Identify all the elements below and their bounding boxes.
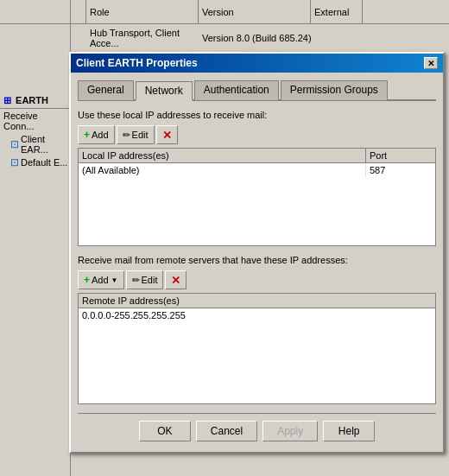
tab-permission-groups[interactable]: Permission Groups <box>281 80 388 100</box>
remote-ip-toolbar: + Add ▼ ✏ Edit ✕ <box>78 270 436 289</box>
server-icon-left: ⊞ <box>3 95 11 105</box>
col-external: External <box>311 0 363 23</box>
add-icon: + <box>84 129 90 141</box>
dropdown-arrow-icon: ▼ <box>111 276 118 284</box>
local-delete-button[interactable]: ✕ <box>156 125 178 144</box>
local-ip-table-body: (All Available) 587 <box>79 163 435 245</box>
bg-version-cell: Version 8.0 (Build 685.24) <box>202 33 314 43</box>
local-edit-button[interactable]: ✏ Edit <box>117 125 155 144</box>
bg-role-cell: Hub Transport, Client Acce... <box>90 28 202 48</box>
modal-content: General Network Authentication Permissio… <box>71 73 443 452</box>
local-port-col-header: Port <box>366 149 435 162</box>
local-ip-table-header: Local IP address(es) Port <box>79 149 435 163</box>
tabs-container: General Network Authentication Permissio… <box>78 79 436 101</box>
bg-receive-conn: Receive Conn... <box>0 109 70 133</box>
pencil-icon-remote: ✏ <box>132 275 140 286</box>
remote-add-button[interactable]: + Add ▼ <box>78 270 124 289</box>
apply-button[interactable]: Apply <box>262 421 318 441</box>
connector-icon-1: ⊡ <box>10 138 19 150</box>
tab-network[interactable]: Network <box>136 81 193 101</box>
bg-tree-item-1[interactable]: ⊡ Client EAR... <box>0 133 70 155</box>
modal-titlebar: Client EARTH Properties ✕ <box>71 54 443 73</box>
local-ip-table: Local IP address(es) Port (All Available… <box>78 148 436 246</box>
bg-left-label: ⊞ EARTH <box>0 93 70 109</box>
local-ip-cell: (All Available) <box>79 163 366 177</box>
remote-edit-button[interactable]: ✏ Edit <box>126 270 164 289</box>
add-icon-remote: + <box>84 274 90 286</box>
connector-icon-2: ⊡ <box>10 156 19 168</box>
remote-ip-col-header: Remote IP address(es) <box>79 294 435 308</box>
local-add-button[interactable]: + Add <box>78 125 115 144</box>
pencil-icon: ✏ <box>123 130 130 141</box>
modal-close-button[interactable]: ✕ <box>424 57 438 69</box>
ok-button[interactable]: OK <box>139 421 191 441</box>
delete-icon: ✕ <box>162 129 172 142</box>
remote-ip-label: Receive mail from remote servers that ha… <box>78 255 436 265</box>
local-port-cell: 587 <box>366 163 435 177</box>
remote-ip-table-header: Remote IP address(es) <box>79 294 435 308</box>
local-ip-row[interactable]: (All Available) 587 <box>79 163 435 177</box>
modal-dialog: Client EARTH Properties ✕ General Networ… <box>69 52 445 454</box>
local-ip-toolbar: + Add ✏ Edit ✕ <box>78 125 436 144</box>
remote-ip-table: Remote IP address(es) 0.0.0.0-255.255.25… <box>78 293 436 404</box>
remote-ip-row[interactable]: 0.0.0.0-255.255.255.255 <box>79 308 435 322</box>
local-ip-label: Use these local IP addresses to receive … <box>78 110 436 120</box>
remote-delete-button[interactable]: ✕ <box>165 270 187 289</box>
bg-left-panel: ⊞ EARTH Receive Conn... ⊡ Client EAR... … <box>0 0 71 476</box>
local-ip-section: Use these local IP addresses to receive … <box>78 110 436 246</box>
remote-ip-section: Receive mail from remote servers that ha… <box>78 255 436 404</box>
bg-tree-item-2[interactable]: ⊡ Default E... <box>0 155 70 169</box>
local-ip-col-header: Local IP address(es) <box>79 149 366 162</box>
remote-ip-table-body: 0.0.0.0-255.255.255.255 <box>79 308 435 403</box>
col-role: Role <box>86 0 199 23</box>
col-version: Version <box>199 0 311 23</box>
tab-authentication[interactable]: Authentication <box>194 80 279 100</box>
delete-icon-remote: ✕ <box>171 274 180 287</box>
help-button[interactable]: Help <box>323 421 375 441</box>
tab-general[interactable]: General <box>78 80 134 100</box>
remote-ip-cell: 0.0.0.0-255.255.255.255 <box>79 308 435 322</box>
modal-title: Client EARTH Properties <box>76 57 198 69</box>
cancel-button[interactable]: Cancel <box>196 421 257 441</box>
bottom-buttons: OK Cancel Apply Help <box>78 413 436 445</box>
